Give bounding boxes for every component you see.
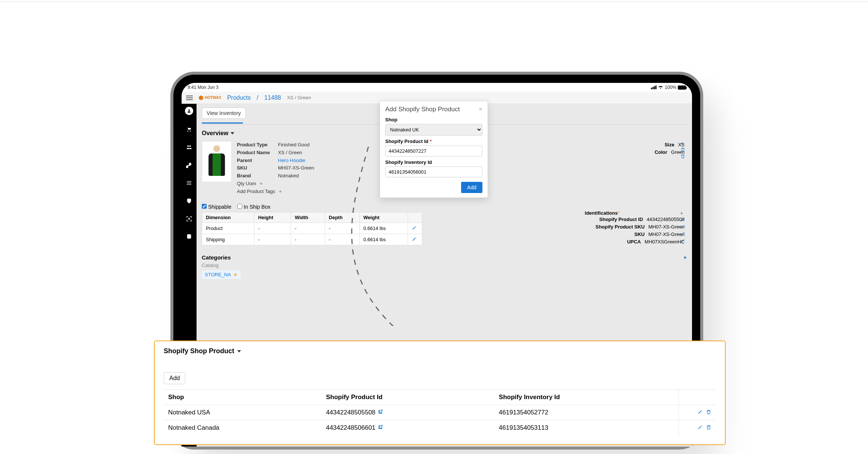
svg-rect-4: [187, 183, 191, 183]
view-inventory-button[interactable]: View Inventory: [202, 108, 246, 119]
menu-icon[interactable]: [186, 96, 193, 100]
table-row: Notnaked Canada 44342248506601 461913540…: [164, 420, 716, 436]
shopify-product-id-input[interactable]: [385, 146, 482, 156]
svg-point-1: [187, 145, 189, 147]
modal-add-button[interactable]: Add: [461, 182, 482, 193]
plus-icon[interactable]: +: [279, 188, 282, 196]
category-chip[interactable]: STORE_NA ★: [202, 270, 241, 279]
star-icon: ★: [233, 272, 238, 277]
in-ship-box-checkbox[interactable]: In Ship Box: [237, 204, 271, 210]
chevron-down-icon: [231, 132, 234, 134]
parent-product-link[interactable]: Hero Hoodie: [278, 157, 305, 165]
breadcrumb-products[interactable]: Products: [227, 94, 251, 101]
db-icon[interactable]: [185, 233, 193, 240]
product-features: + SizeXS ColorGreen: [655, 141, 685, 156]
plus-icon[interactable]: +: [260, 180, 263, 188]
close-icon[interactable]: ×: [479, 106, 482, 113]
product-image: [202, 141, 232, 182]
svg-rect-3: [187, 181, 191, 181]
device-status-bar: 9:41 Mon Jun 3 100%: [182, 83, 692, 92]
scan-icon[interactable]: [185, 215, 193, 223]
edit-icon[interactable]: [698, 409, 703, 416]
edit-icon[interactable]: [698, 425, 703, 432]
trash-icon[interactable]: [680, 154, 685, 160]
dimension-table: Dimension Height Width Depth Weight Prod…: [202, 212, 422, 245]
svg-rect-5: [187, 184, 191, 184]
breadcrumb-sep: /: [257, 94, 258, 101]
shippable-checkbox[interactable]: Shippable: [202, 204, 231, 210]
edit-icon[interactable]: [408, 234, 422, 245]
edit-icon[interactable]: [680, 217, 685, 223]
link-icon[interactable]: [185, 161, 193, 169]
edit-icon[interactable]: [680, 231, 685, 237]
add-shopify-product-button[interactable]: Add: [164, 372, 185, 384]
edit-icon[interactable]: [680, 224, 685, 230]
battery-pct: 100%: [665, 85, 676, 90]
shop-select[interactable]: Notnaked UK: [385, 124, 482, 136]
battery-icon: [678, 85, 686, 90]
users-icon[interactable]: [185, 143, 193, 151]
shopify-shop-product-panel: Shopify Shop Product Add Shop Shopify Pr…: [154, 340, 726, 445]
edit-icon[interactable]: [408, 223, 422, 234]
chevron-down-icon: [237, 350, 241, 352]
shopify-inventory-id-input[interactable]: [385, 167, 482, 177]
table-row: Notnaked USA 44342248505508 461913540527…: [164, 405, 716, 420]
trash-icon[interactable]: [706, 425, 711, 432]
categories-block: Categories + Catalog STORE_NA ★: [202, 254, 687, 279]
shopify-products-table: Shop Shopify Product Id Shopify Inventor…: [164, 389, 716, 435]
shield-icon[interactable]: [185, 197, 193, 205]
plus-icon[interactable]: +: [680, 210, 685, 216]
svg-point-0: [188, 109, 190, 111]
external-link-icon[interactable]: [378, 409, 383, 416]
plus-icon[interactable]: +: [680, 140, 685, 146]
external-link-icon[interactable]: [378, 424, 383, 431]
identifications-block: + Identifications* Shopify Product ID443…: [585, 210, 685, 246]
breadcrumb-variant: XS / Green: [287, 95, 311, 100]
edit-icon[interactable]: [680, 238, 685, 245]
list-icon[interactable]: [185, 179, 193, 187]
table-row: Shipping - - - 0.6614 lbs: [202, 234, 422, 245]
status-time: 9:41 Mon Jun 3: [188, 85, 219, 90]
breadcrumb-id[interactable]: 11488: [264, 94, 281, 101]
wifi-icon: [658, 85, 663, 90]
app-logo: HOTWAX: [199, 96, 221, 100]
add-shopify-modal: Add Shopify Shop Product × Shop Notnaked…: [380, 101, 488, 198]
plus-icon[interactable]: +: [683, 254, 687, 261]
cart-icon[interactable]: [185, 125, 193, 133]
trash-icon[interactable]: [680, 147, 685, 153]
trash-icon[interactable]: [706, 409, 711, 416]
svg-point-6: [188, 218, 190, 220]
signal-icon: [651, 85, 657, 89]
svg-point-2: [189, 145, 191, 147]
profile-icon[interactable]: [185, 107, 193, 115]
table-row: Product - - - 0.6614 lbs: [202, 223, 422, 234]
section-header[interactable]: Shopify Shop Product: [164, 347, 716, 355]
